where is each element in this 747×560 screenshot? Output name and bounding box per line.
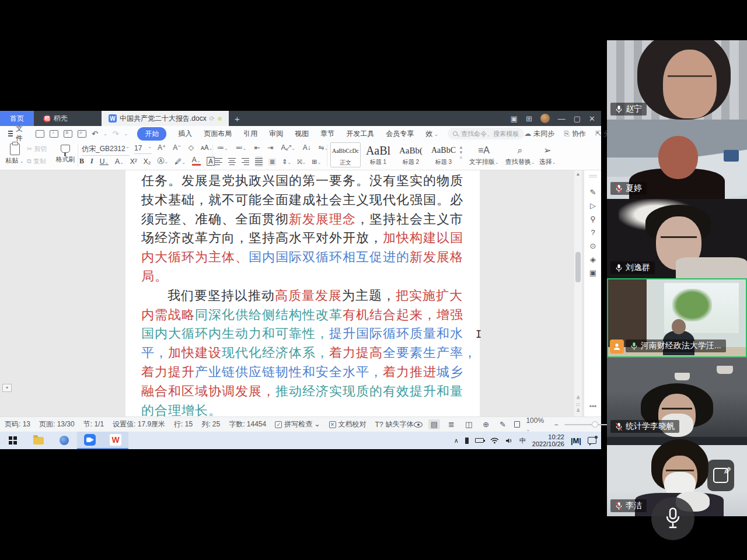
- print-icon[interactable]: [64, 130, 72, 138]
- tab-document[interactable]: W 中国共产党二十大报告.docx ⟳: [102, 111, 229, 126]
- increase-indent-button[interactable]: ⇥: [267, 144, 273, 152]
- char-border-button[interactable]: 🄰: [207, 158, 215, 166]
- menu-tab-0[interactable]: 开始: [137, 127, 166, 141]
- wps-app-button[interactable]: W: [103, 432, 128, 449]
- wifi-icon[interactable]: [490, 438, 499, 444]
- copy-button[interactable]: ⧉ 复制: [27, 157, 47, 166]
- shrink-font-button[interactable]: A⁻: [173, 144, 181, 152]
- pointer-icon[interactable]: ▷: [584, 199, 601, 212]
- im-tray-icon[interactable]: |M|: [571, 436, 581, 445]
- redo-icon[interactable]: ↷: [113, 130, 119, 138]
- laser-pointer-icon[interactable]: ⚲: [584, 212, 601, 226]
- shading-button[interactable]: ⛝⌄: [297, 158, 306, 166]
- font-size-select[interactable]: 17⌄: [134, 144, 152, 154]
- format-painter-button[interactable]: 格式刷: [54, 143, 77, 164]
- cut-button[interactable]: ✂ 剪切: [27, 145, 47, 153]
- char-scale-button[interactable]: A⤢⌄: [281, 144, 295, 152]
- undo-caret-icon[interactable]: ⌄: [103, 131, 107, 136]
- location-share-icon[interactable]: ◈: [584, 253, 601, 266]
- screen-camera-icon[interactable]: ▣: [584, 266, 601, 279]
- menu-tab-5[interactable]: 视图: [295, 129, 309, 139]
- doc-proof-toggle[interactable]: ✕文档校对: [329, 419, 366, 429]
- ime-indicator[interactable]: 中: [519, 436, 526, 445]
- menu-tab-7[interactable]: 开发工具: [346, 129, 374, 139]
- borders-button[interactable]: ⊞⌄: [312, 158, 321, 166]
- paste-options-widget[interactable]: ▾: [2, 384, 12, 392]
- select-button[interactable]: ➢ 选择⌄: [536, 144, 559, 166]
- browser-button[interactable]: [51, 432, 77, 449]
- underline-button[interactable]: U⌄: [100, 158, 109, 166]
- char-effect-button[interactable]: Ⓐ⌄: [157, 156, 168, 166]
- italic-button[interactable]: I: [90, 157, 93, 166]
- numbering-button[interactable]: ≕⌄: [236, 144, 247, 152]
- participant-video-1[interactable]: 赵宁: [607, 40, 747, 120]
- tray-expand-icon[interactable]: ∧: [454, 437, 459, 444]
- zoom-out-button[interactable]: −: [554, 421, 558, 429]
- menu-tab-1[interactable]: 插入: [178, 129, 192, 139]
- unmute-mic-button[interactable]: [651, 497, 694, 540]
- usb-device-icon[interactable]: [465, 438, 469, 444]
- new-tab-button[interactable]: +: [229, 111, 246, 126]
- menu-tab-9[interactable]: 效: [425, 129, 438, 139]
- decrease-indent-button[interactable]: ⇤: [254, 144, 260, 152]
- justify-button[interactable]: [255, 156, 263, 167]
- export-icon[interactable]: [50, 130, 58, 138]
- file-menu[interactable]: 文件: [0, 124, 31, 144]
- align-left-button[interactable]: [215, 156, 222, 167]
- start-button[interactable]: [0, 432, 26, 449]
- annotation-pen-button[interactable]: [707, 460, 734, 491]
- battery-icon[interactable]: [475, 438, 484, 443]
- save-icon[interactable]: [36, 130, 44, 138]
- bullets-button[interactable]: ≔⌄: [217, 144, 228, 152]
- web-view-icon[interactable]: ⊕: [480, 419, 491, 429]
- menu-tab-4[interactable]: 审阅: [269, 129, 283, 139]
- participant-video-2[interactable]: 夏婷: [607, 120, 747, 199]
- style-heading2[interactable]: AaBb( 标题 2: [396, 142, 426, 167]
- style-gallery-arrows[interactable]: ▲▼≡: [459, 145, 463, 160]
- text-effects-button[interactable]: 🗚⌄: [201, 144, 212, 152]
- participant-video-5[interactable]: 统计学李晓帆: [607, 358, 747, 437]
- strike-button[interactable]: A⌄: [115, 158, 124, 166]
- subscript-button[interactable]: X₂: [144, 158, 151, 166]
- help-icon[interactable]: ?: [584, 226, 601, 239]
- scroll-up-icon[interactable]: ▲: [574, 170, 582, 178]
- menu-tab-6[interactable]: 章节: [320, 129, 334, 139]
- account-avatar[interactable]: [540, 114, 550, 123]
- vertical-scrollbar[interactable]: ▲ ≙□≚: [574, 170, 582, 416]
- scrollbar-thumb[interactable]: [575, 252, 581, 282]
- tab-docer[interactable]: 稻 稻壳: [36, 111, 75, 126]
- document-canvas[interactable]: 任务。发展是党执政兴国的第一要务。没有坚实的物质技术基础，就不可能全面建成社会主…: [0, 170, 601, 416]
- clock[interactable]: 10:22 2022/10/26: [532, 433, 564, 447]
- superscript-button[interactable]: X²: [130, 158, 137, 166]
- participant-video-3[interactable]: 刘逸群: [607, 199, 747, 278]
- read-view-icon[interactable]: ◫: [463, 419, 474, 429]
- find-replace-button[interactable]: ⌕ 查找替换⌄: [503, 144, 537, 166]
- sort-button[interactable]: A↓: [303, 144, 311, 152]
- print-preview-icon[interactable]: [78, 130, 86, 138]
- bold-button[interactable]: B: [79, 157, 84, 166]
- qat-caret-icon[interactable]: ⌄: [124, 131, 128, 136]
- highlight-button[interactable]: 🖉⌄: [174, 158, 186, 166]
- grow-font-button[interactable]: A⁺: [158, 144, 166, 152]
- collaborate-button[interactable]: ⎘ 协作: [564, 129, 586, 139]
- menu-tab-3[interactable]: 引用: [243, 129, 257, 139]
- edit-mode-icon[interactable]: ✎: [497, 419, 508, 429]
- layout-view-icon[interactable]: ▣: [511, 114, 518, 123]
- close-icon[interactable]: ✕: [589, 114, 595, 123]
- pen-icon[interactable]: ✎: [584, 186, 601, 199]
- zoom-level[interactable]: 100% ⌄: [526, 416, 548, 433]
- notification-chat-icon[interactable]: [588, 437, 596, 444]
- toolbar-more-icon[interactable]: •••: [584, 402, 601, 411]
- text-layout-button[interactable]: ≡A 文字排版⌄: [467, 144, 501, 166]
- volume-icon[interactable]: [505, 438, 513, 444]
- align-right-button[interactable]: [242, 156, 249, 167]
- cloud-sync-status[interactable]: ☁ 未同步: [524, 129, 554, 139]
- tab-grid-icon[interactable]: ⊞: [526, 114, 532, 123]
- maximize-icon[interactable]: ▢: [574, 114, 581, 123]
- style-heading3[interactable]: AaBbC 标题 3: [428, 142, 459, 167]
- font-name-select[interactable]: 仿宋_GB2312⌄: [82, 144, 130, 156]
- page-nav-buttons[interactable]: ≙□≚: [574, 395, 582, 414]
- missing-font-indicator[interactable]: T?缺失字体: [375, 419, 414, 429]
- participant-video-4-active-speaker[interactable]: 河南财经政法大学汪...: [607, 278, 747, 358]
- document-page[interactable]: 任务。发展是党执政兴国的第一要务。没有坚实的物质技术基础，就不可能全面建成社会主…: [125, 170, 480, 416]
